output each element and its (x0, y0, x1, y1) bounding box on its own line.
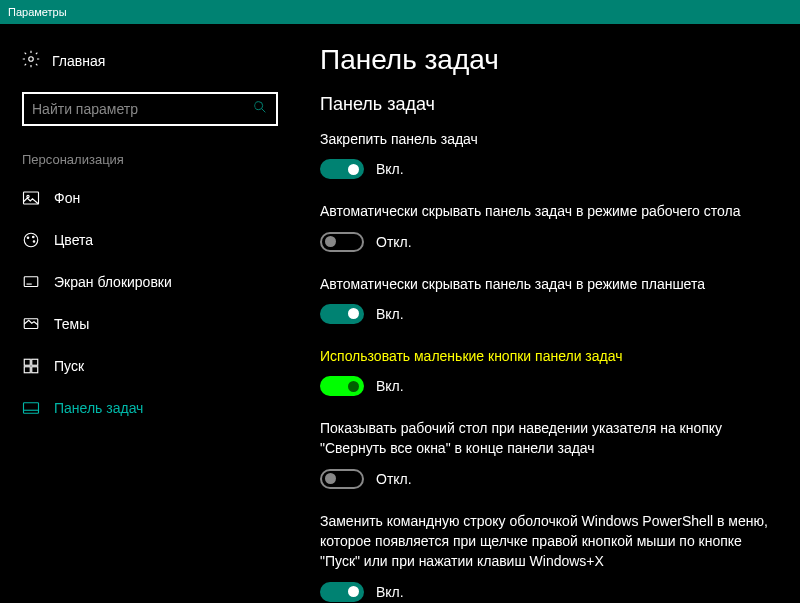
setting-small-buttons: Использовать маленькие кнопки панели зад… (320, 346, 772, 396)
setting-label: Показывать рабочий стол при наведении ук… (320, 418, 772, 459)
start-icon (22, 357, 40, 375)
sidebar-item-label: Панель задач (54, 400, 143, 416)
toggle-state: Вкл. (376, 161, 404, 177)
svg-rect-9 (24, 277, 38, 287)
sidebar-item-background[interactable]: Фон (0, 177, 300, 219)
svg-point-0 (29, 57, 34, 62)
sidebar-item-label: Темы (54, 316, 89, 332)
sidebar-item-label: Цвета (54, 232, 93, 248)
themes-icon (22, 315, 40, 333)
setting-label: Автоматически скрывать панель задач в ре… (320, 274, 772, 294)
toggle-state: Откл. (376, 234, 412, 250)
toggle-auto-hide-tablet[interactable] (320, 304, 364, 324)
svg-rect-13 (32, 359, 38, 365)
svg-rect-15 (32, 367, 38, 373)
sidebar-item-themes[interactable]: Темы (0, 303, 300, 345)
section-header: Панель задач (320, 94, 772, 115)
toggle-state: Вкл. (376, 584, 404, 600)
toggle-lock-taskbar[interactable] (320, 159, 364, 179)
gear-icon (22, 50, 40, 72)
svg-rect-14 (24, 367, 30, 373)
svg-line-2 (262, 109, 266, 113)
home-label: Главная (52, 53, 105, 69)
toggle-peek-desktop[interactable] (320, 469, 364, 489)
search-box[interactable] (22, 92, 278, 126)
search-input[interactable] (32, 101, 252, 117)
setting-label: Закрепить панель задач (320, 129, 772, 149)
toggle-state: Откл. (376, 471, 412, 487)
svg-rect-12 (24, 359, 30, 365)
setting-lock-taskbar: Закрепить панель задач Вкл. (320, 129, 772, 179)
sidebar-item-label: Фон (54, 190, 80, 206)
toggle-state: Вкл. (376, 378, 404, 394)
svg-rect-10 (27, 284, 32, 285)
svg-point-5 (24, 233, 38, 247)
main-panel: Панель задач Панель задач Закрепить пане… (300, 24, 800, 603)
setting-label: Заменить командную строку оболочкой Wind… (320, 511, 772, 572)
svg-point-7 (33, 236, 35, 238)
setting-auto-hide-desktop: Автоматически скрывать панель задач в ре… (320, 201, 772, 251)
window-title-bar: Параметры (0, 0, 800, 24)
toggle-state: Вкл. (376, 306, 404, 322)
toggle-replace-cmd-powershell[interactable] (320, 582, 364, 602)
sidebar-item-taskbar[interactable]: Панель задач (0, 387, 300, 429)
window-title: Параметры (8, 6, 67, 18)
sidebar-item-label: Экран блокировки (54, 274, 172, 290)
setting-peek-desktop: Показывать рабочий стол при наведении ук… (320, 418, 772, 489)
svg-point-6 (27, 237, 29, 239)
svg-rect-16 (24, 403, 39, 414)
search-icon (252, 99, 268, 119)
setting-replace-cmd-powershell: Заменить командную строку оболочкой Wind… (320, 511, 772, 602)
lockscreen-icon (22, 273, 40, 291)
svg-point-1 (255, 102, 263, 110)
svg-point-8 (33, 241, 35, 243)
sidebar-item-start[interactable]: Пуск (0, 345, 300, 387)
palette-icon (22, 231, 40, 249)
picture-icon (22, 189, 40, 207)
setting-label: Использовать маленькие кнопки панели зад… (320, 346, 772, 366)
page-title: Панель задач (320, 44, 772, 76)
toggle-small-buttons[interactable] (320, 376, 364, 396)
setting-auto-hide-tablet: Автоматически скрывать панель задач в ре… (320, 274, 772, 324)
taskbar-icon (22, 399, 40, 417)
sidebar-item-lockscreen[interactable]: Экран блокировки (0, 261, 300, 303)
sidebar-item-label: Пуск (54, 358, 84, 374)
setting-label: Автоматически скрывать панель задач в ре… (320, 201, 772, 221)
sidebar: Главная Персонализация Фон Цвета Э (0, 24, 300, 603)
sidebar-item-colors[interactable]: Цвета (0, 219, 300, 261)
home-link[interactable]: Главная (0, 44, 300, 78)
sidebar-section-title: Персонализация (0, 126, 300, 177)
toggle-auto-hide-desktop[interactable] (320, 232, 364, 252)
